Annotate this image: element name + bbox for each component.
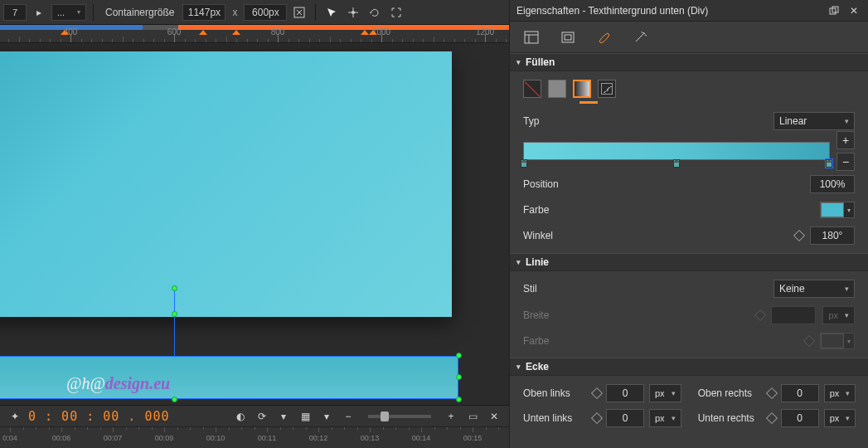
pointer-tool-icon[interactable] [322, 3, 341, 22]
canvas-viewport[interactable]: @h@design.eu [0, 43, 509, 406]
node-tool-icon[interactable] [344, 3, 362, 22]
fill-gradient-swatch[interactable] [573, 80, 591, 98]
gradient-stop-selected[interactable] [826, 159, 832, 168]
active-fill-indicator [579, 101, 598, 104]
panel-title-text: Eigenschaften - Texthintergrund unten (D… [516, 5, 708, 17]
corner-tr-label: Oben rechts [698, 387, 763, 399]
timeline-grid-icon[interactable]: ▦ [297, 408, 313, 425]
panel-close-icon[interactable]: ✕ [846, 3, 861, 18]
section-line-header[interactable]: Linie [510, 253, 868, 271]
gradient-add-stop-button[interactable]: + [836, 131, 855, 149]
svg-rect-8 [565, 35, 571, 40]
line-style-label: Stil [523, 283, 593, 295]
corner-tl-keyframe-icon[interactable] [591, 387, 603, 399]
panel-title-bar[interactable]: Eigenschaften - Texthintergrund unten (D… [510, 0, 868, 22]
fill-type-label: Typ [523, 115, 593, 127]
fill-solid-swatch[interactable] [548, 80, 566, 98]
corner-bl-input[interactable]: 0 [606, 409, 644, 427]
corner-br-unit-dropdown[interactable]: px [824, 409, 856, 427]
position-label: Position [523, 178, 593, 190]
container-height-input[interactable]: 600px [244, 4, 287, 21]
line-width-unit-dropdown: px [822, 306, 855, 324]
gradient-bar[interactable] [523, 142, 830, 160]
timeline-flag-icon[interactable]: ✦ [7, 408, 23, 425]
selection-handle[interactable] [456, 397, 462, 402]
ruler-marker-icon[interactable] [61, 25, 69, 35]
rotate-tool-icon[interactable] [366, 3, 384, 22]
panel-tabs [510, 22, 868, 53]
timeline-timecode[interactable]: 0 : 00 : 00 . 000 [28, 409, 170, 424]
selection-handle[interactable] [456, 353, 462, 358]
fit-icon[interactable] [290, 3, 308, 22]
selection-handle[interactable] [456, 374, 462, 380]
line-width-label: Breite [523, 309, 593, 321]
line-color-keyframe-icon [803, 335, 815, 347]
selection-handle[interactable] [172, 285, 177, 291]
ruler-marker-icon[interactable] [361, 25, 369, 35]
section-fill-header[interactable]: Füllen [510, 53, 868, 71]
horizontal-ruler[interactable]: 20040060080010001200 [0, 25, 509, 43]
timeline-panel: ✦ 0 : 00 : 00 . 000 ◐ ⟳ ▾ ▦ ▾ − + ▭ ✕ 0:… [0, 405, 509, 448]
fill-none-swatch[interactable] [523, 80, 541, 98]
tab-wand-icon[interactable] [631, 27, 651, 47]
tab-layout-icon[interactable] [521, 27, 541, 47]
timeline-maximize-icon[interactable]: ▭ [464, 408, 481, 425]
dimension-x: x [229, 7, 240, 18]
timeline-zoom-slider[interactable] [368, 415, 431, 418]
gradient-remove-stop-button[interactable]: − [836, 153, 855, 171]
angle-keyframe-icon[interactable] [793, 230, 805, 241]
container-size-label: Containergröße [100, 7, 179, 18]
timeline-dropdown-icon[interactable]: ▾ [318, 408, 335, 425]
corner-tr-unit-dropdown[interactable]: px [824, 384, 856, 402]
corner-br-keyframe-icon[interactable] [766, 412, 778, 424]
angle-input[interactable]: 180° [810, 226, 855, 245]
section-corner-header[interactable]: Ecke [510, 358, 868, 376]
panel-body: Füllen Typ Linear [510, 53, 868, 448]
corner-bl-unit-dropdown[interactable]: px [649, 409, 681, 427]
line-color-label: Farbe [523, 335, 593, 347]
fill-color-label: Farbe [523, 204, 593, 216]
tab-brush-icon[interactable] [594, 27, 614, 47]
line-style-dropdown[interactable]: Keine [773, 280, 855, 298]
canvas-content[interactable] [0, 51, 452, 317]
expand-tool-icon[interactable] [387, 3, 405, 22]
timeline-loop-icon[interactable]: ⟳ [254, 408, 270, 425]
top-toolbar: 7 ▸ ... Containergröße 1147px x 600px [0, 0, 509, 25]
timeline-dropdown-icon[interactable]: ▾ [275, 408, 292, 425]
zoom-out-icon[interactable]: − [340, 408, 356, 425]
corner-bl-keyframe-icon[interactable] [591, 412, 603, 424]
tab-box-icon[interactable] [558, 27, 578, 47]
timeline-close-icon[interactable]: ✕ [486, 408, 502, 425]
selection-handle[interactable] [172, 397, 177, 402]
corner-tl-label: Oben links [523, 387, 588, 399]
corner-tr-input[interactable]: 0 [781, 384, 819, 402]
fill-type-picker [523, 80, 855, 98]
timeline-ruler[interactable]: 0:0400:0600:0700:0900:1000:1100:1200:130… [0, 427, 509, 448]
corner-br-input[interactable]: 0 [781, 409, 819, 427]
fill-color-picker[interactable]: ▾ [820, 202, 855, 218]
svg-rect-7 [562, 32, 574, 42]
corner-tl-input[interactable]: 0 [606, 384, 644, 402]
position-input[interactable]: 100% [810, 175, 855, 193]
fill-type-dropdown[interactable]: Linear [773, 112, 855, 130]
corner-tl-unit-dropdown[interactable]: px [649, 384, 681, 402]
line-color-picker: ▾ [820, 333, 855, 349]
ruler-marker-icon[interactable] [369, 25, 377, 35]
editor-main: 7 ▸ ... Containergröße 1147px x 600px 20… [0, 0, 509, 448]
corner-br-label: Unten rechts [698, 412, 763, 424]
gradient-stop[interactable] [521, 159, 527, 168]
zoom-next-icon[interactable]: ▸ [30, 3, 48, 22]
zoom-in-icon[interactable]: + [443, 408, 459, 425]
ruler-marker-icon[interactable] [199, 25, 207, 35]
gradient-stop[interactable] [673, 159, 680, 168]
panel-popout-icon[interactable] [827, 3, 841, 18]
container-width-input[interactable]: 1147px [182, 4, 225, 21]
corner-bl-label: Unten links [523, 412, 588, 424]
ruler-marker-icon[interactable] [232, 25, 240, 35]
selection-handle[interactable] [172, 311, 177, 317]
zoom-value[interactable]: 7 [3, 4, 27, 21]
zoom-unit-dropdown[interactable]: ... [51, 4, 86, 21]
timeline-ease-icon[interactable]: ◐ [232, 408, 249, 425]
corner-tr-keyframe-icon[interactable] [766, 387, 778, 399]
fill-image-swatch[interactable] [598, 80, 616, 98]
